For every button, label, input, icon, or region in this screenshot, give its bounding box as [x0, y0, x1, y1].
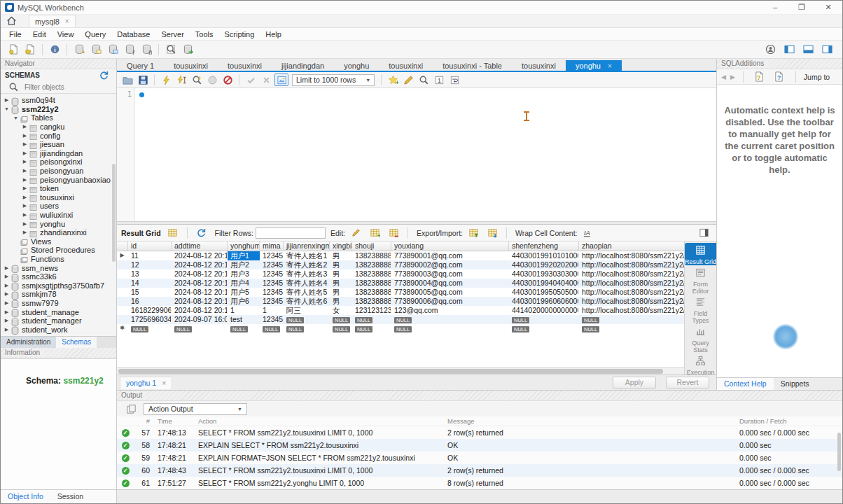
- query-tab-2[interactable]: tousuxinxi: [164, 60, 218, 71]
- tree-item-jijiandingdan[interactable]: ▶jijiandingdan: [1, 149, 116, 158]
- cell-youxiang[interactable]: 773890001@qq.com: [391, 251, 509, 260]
- query-tab-9[interactable]: yonghu×: [566, 60, 622, 71]
- query-tab-8[interactable]: tousuxinxi: [512, 60, 566, 71]
- tree-item-ssm0q94t[interactable]: ▶ssm0q94t: [1, 96, 116, 105]
- cell-addtime[interactable]: NULL: [172, 324, 228, 333]
- cell-addtime[interactable]: 2024-08-12 20:17:06: [172, 260, 228, 270]
- tree-item-ssmkjm78[interactable]: ▶ssmkjm78: [1, 290, 116, 299]
- expand-arrow-icon[interactable]: ▶: [4, 265, 10, 271]
- cell-jijianrenxingming[interactable]: 寄件人姓名5: [284, 288, 330, 297]
- cell-xingbie[interactable]: 男: [330, 251, 352, 260]
- filter-rows-input[interactable]: [256, 227, 326, 239]
- tree-item-peisongyuanbaoxiao[interactable]: ▶peisongyuanbaoxiao: [1, 175, 116, 184]
- strip-button-field-types[interactable]: Field Types: [685, 295, 716, 324]
- cell-jijianrenxingming[interactable]: NULL: [284, 324, 330, 333]
- expand-arrow-icon[interactable]: ▶: [22, 141, 28, 147]
- tree-item-config[interactable]: ▶config: [1, 131, 116, 140]
- strip-button-query-stats[interactable]: Query Stats: [685, 324, 716, 354]
- jump-to-label[interactable]: Jump to: [804, 73, 830, 81]
- find-icon[interactable]: [417, 74, 431, 86]
- cell-zhaopian[interactable]: http://localhost:8080/ssm221y2/uploa: [579, 306, 685, 315]
- open-script-icon[interactable]: [120, 74, 134, 86]
- cell-xingbie[interactable]: 男: [330, 270, 352, 279]
- cell-shouji[interactable]: 13823888884: [352, 279, 391, 288]
- cell-zhaopian[interactable]: http://localhost:8080/ssm221y2/uploa: [579, 260, 685, 270]
- cell-youxiang[interactable]: NULL: [391, 315, 509, 324]
- toggle-stop-on-error-icon[interactable]: [221, 74, 235, 86]
- inspector-icon[interactable]: i: [47, 43, 62, 57]
- cell-youxiang[interactable]: 773890002@qq.com: [391, 260, 509, 270]
- help-tab-context-help[interactable]: Context Help: [717, 378, 774, 390]
- explain-icon[interactable]: [190, 74, 204, 86]
- menu-tools[interactable]: Tools: [190, 30, 219, 38]
- cell-shenfenzheng[interactable]: 440300199606060006: [509, 297, 579, 306]
- cell-zhaopian[interactable]: NULL: [579, 324, 685, 333]
- menu-edit[interactable]: Edit: [27, 30, 52, 38]
- context-help-icon[interactable]: ?: [752, 70, 767, 84]
- home-icon[interactable]: [4, 14, 19, 28]
- expand-arrow-icon[interactable]: ▶: [4, 291, 10, 297]
- cell-yonghuming[interactable]: test: [228, 315, 260, 324]
- tree-item-student_work[interactable]: ▶student_work: [1, 325, 116, 334]
- query-tab-6[interactable]: tousuxinxi: [379, 60, 433, 71]
- cell-addtime[interactable]: 2024-08-12 20:18:26: [172, 306, 228, 315]
- cell-shouji[interactable]: NULL: [352, 315, 391, 324]
- tree-item-stored-procedures[interactable]: Stored Procedures: [1, 246, 116, 255]
- cell-yonghuming[interactable]: 1: [228, 306, 260, 315]
- account-icon[interactable]: [762, 43, 778, 57]
- expand-arrow-icon[interactable]: ▶: [22, 203, 28, 209]
- expand-arrow-icon[interactable]: ▶: [4, 327, 10, 332]
- cell-youxiang[interactable]: 773890006@qq.com: [391, 297, 509, 306]
- apply-button[interactable]: Apply: [613, 377, 656, 388]
- wrap-text-icon[interactable]: [447, 74, 461, 86]
- cell-jijianrenxingming[interactable]: 寄件人姓名2: [284, 260, 330, 270]
- column-header-id[interactable]: id: [128, 241, 172, 251]
- cell-shouji[interactable]: NULL: [352, 324, 391, 333]
- expand-arrow-icon[interactable]: ▶: [4, 309, 10, 315]
- tree-item-zhandianxinxi[interactable]: ▶zhandianxinxi: [1, 228, 116, 237]
- menu-file[interactable]: File: [4, 30, 27, 38]
- cell-mima[interactable]: 1: [260, 306, 284, 315]
- cell-xingbie[interactable]: NULL: [330, 315, 352, 324]
- expand-arrow-icon[interactable]: ▶: [22, 221, 28, 227]
- cell-id[interactable]: 1725696034117: [128, 315, 172, 324]
- tree-item-peisongyuan[interactable]: ▶peisongyuan: [1, 167, 116, 176]
- expand-arrow-icon[interactable]: ▶: [22, 150, 28, 156]
- cell-addtime[interactable]: 2024-08-12 20:17:06: [172, 288, 228, 297]
- expand-arrow-icon[interactable]: ▶: [4, 300, 10, 306]
- expand-arrow-icon[interactable]: ▶: [22, 133, 28, 139]
- menu-view[interactable]: View: [52, 30, 80, 38]
- toggle-output-panel-icon[interactable]: [800, 43, 816, 57]
- strip-button-form-editor[interactable]: Form Editor: [685, 265, 716, 295]
- column-header-shouji[interactable]: shouji: [352, 241, 391, 251]
- import-icon[interactable]: [485, 226, 500, 240]
- tree-item-ssmjxsgtjpthsg3750afb7[interactable]: ▶ssmjxsgtjpthsg3750afb7: [1, 281, 116, 290]
- create-schema-icon[interactable]: +: [71, 43, 87, 57]
- cell-xingbie[interactable]: 男: [330, 288, 352, 297]
- limit-rows-select[interactable]: Limit to 1000 rows▼: [292, 74, 375, 86]
- cell-id[interactable]: 11: [128, 251, 172, 260]
- expand-arrow-icon[interactable]: ▶: [22, 186, 28, 191]
- expand-arrow-icon[interactable]: ▶: [22, 159, 28, 164]
- collapse-arrow-icon[interactable]: ▼: [13, 115, 19, 120]
- cell-zhaopian[interactable]: http://localhost:8080/ssm221y2/uploa: [579, 288, 685, 297]
- cell-id[interactable]: 14: [128, 279, 172, 288]
- expand-arrow-icon[interactable]: ▶: [22, 124, 28, 130]
- execute-icon[interactable]: [159, 74, 173, 86]
- new-query-tab-icon[interactable]: [6, 43, 21, 57]
- cell-addtime[interactable]: 2024-08-12 20:17:06: [172, 297, 228, 306]
- minimize-button[interactable]: –: [771, 3, 779, 12]
- output-row-60[interactable]: ✓6017:48:43SELECT * FROM ssm221y2.tousux…: [117, 464, 842, 477]
- cell-addtime[interactable]: 2024-08-12 20:17:06: [172, 251, 228, 260]
- beautify-script-icon[interactable]: [401, 74, 415, 86]
- result-tab-close-icon[interactable]: ×: [162, 379, 166, 387]
- toggle-sidebar-icon[interactable]: [781, 43, 797, 57]
- column-header-youxiang[interactable]: youxiang: [391, 241, 509, 251]
- cell-zhaopian[interactable]: http://localhost:8080/ssm221y2/uploa: [579, 279, 685, 288]
- help-topic-icon[interactable]: ?: [772, 70, 787, 84]
- cell-shenfenzheng[interactable]: 440300199303030003: [509, 270, 579, 279]
- cell-yonghuming[interactable]: 用户3: [228, 270, 260, 279]
- expand-arrow-icon[interactable]: ▶: [4, 274, 10, 279]
- sidebar-scrollbar[interactable]: [112, 164, 116, 262]
- output-row-58[interactable]: ✓5817:48:21EXPLAIN SELECT * FROM ssm221y…: [117, 439, 842, 451]
